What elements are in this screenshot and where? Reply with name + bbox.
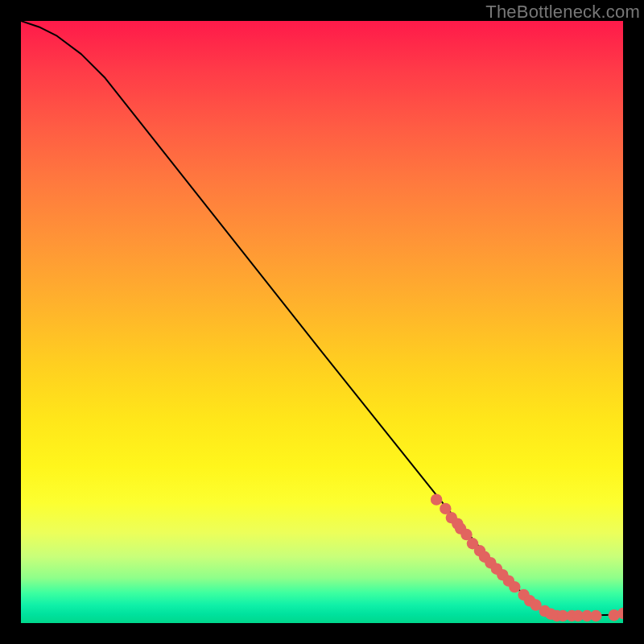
- plot-area: [21, 21, 623, 623]
- data-marker: [590, 610, 601, 621]
- data-marker: [509, 581, 520, 592]
- chart-stage: TheBottleneck.com: [0, 0, 644, 644]
- data-marker: [431, 493, 442, 505]
- marker-group: [431, 493, 623, 621]
- curve-line: [21, 21, 623, 616]
- watermark-text: TheBottleneck.com: [485, 2, 640, 23]
- chart-overlay: [21, 21, 623, 623]
